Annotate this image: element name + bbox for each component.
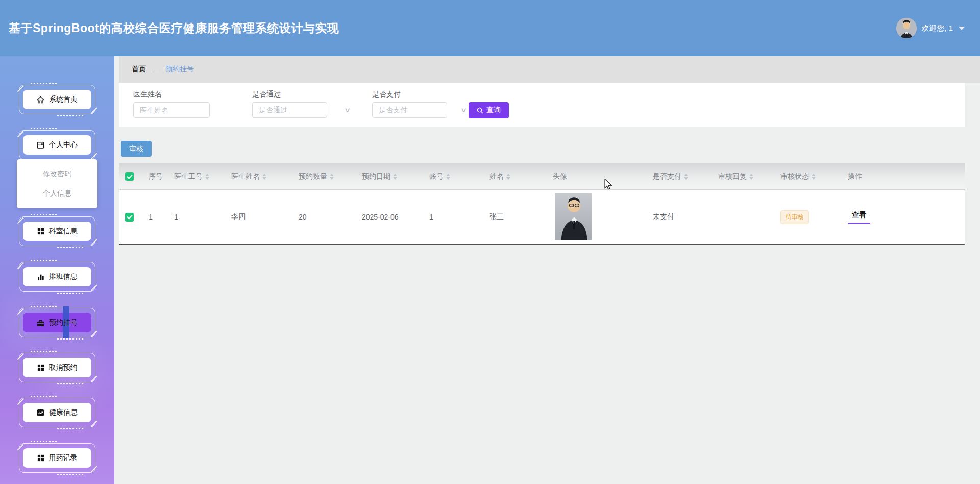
sidebar-item-home[interactable]: 系统首页 xyxy=(19,85,95,114)
sidebar-item-label: 取消预约 xyxy=(49,363,78,372)
sort-control[interactable] xyxy=(812,174,816,180)
cell-audit-status: 待审核 xyxy=(775,190,843,244)
chevron-down-icon[interactable]: ∨ xyxy=(460,106,467,114)
chevron-down-icon[interactable] xyxy=(959,27,965,30)
sidebar-item-medication-records[interactable]: 用药记录 xyxy=(19,443,95,473)
sort-control[interactable] xyxy=(446,174,450,180)
sidebar-item-personal-center[interactable]: 个人中心 xyxy=(19,130,95,160)
row-checkbox[interactable] xyxy=(125,213,134,222)
cell-appoint-count: 20 xyxy=(293,190,357,244)
sidebar-item-schedule-info[interactable]: 排班信息 xyxy=(19,262,95,292)
filter-label-paid: 是否支付 xyxy=(372,90,401,99)
col-header-appoint-date: 预约日期 xyxy=(357,163,424,190)
breadcrumb-home[interactable]: 首页 xyxy=(132,65,146,74)
paid-select[interactable]: 是否支付 xyxy=(372,102,447,118)
col-header-name: 姓名 xyxy=(484,163,548,190)
grid-icon xyxy=(37,364,44,371)
sidebar-item-label: 预约挂号 xyxy=(49,318,78,327)
sidebar-item-label: 个人中心 xyxy=(49,140,78,150)
col-header-action: 操作 xyxy=(843,163,965,190)
briefcase-icon xyxy=(37,319,44,327)
breadcrumb: 首页 — 预约挂号 xyxy=(119,56,980,83)
sidebar-item-label: 系统首页 xyxy=(49,95,78,104)
bar-chart-icon xyxy=(37,273,44,280)
doctor-name-input[interactable] xyxy=(133,102,210,118)
status-badge-pending: 待审核 xyxy=(780,210,809,224)
trend-icon xyxy=(37,409,44,417)
paid-select-placeholder: 是否支付 xyxy=(379,106,407,115)
filter-label-approved: 是否通过 xyxy=(252,90,281,99)
user-menu[interactable]: 欢迎您, 1 xyxy=(896,18,965,38)
col-header-account: 账号 xyxy=(424,163,484,190)
user-avatar[interactable] xyxy=(896,18,917,38)
home-icon xyxy=(37,96,44,104)
sort-control[interactable] xyxy=(684,174,688,180)
sidebar-item-department-info[interactable]: 科室信息 xyxy=(19,216,95,246)
personal-center-submenu: 修改密码 个人信息 xyxy=(17,159,97,208)
sort-control[interactable] xyxy=(262,174,266,180)
sidebar-item-cancel-appointment[interactable]: 取消预约 xyxy=(19,353,95,382)
sort-control[interactable] xyxy=(506,174,510,180)
select-all-checkbox[interactable] xyxy=(125,172,134,181)
row-avatar-photo[interactable] xyxy=(555,193,592,240)
page-title: 基于SpringBoot的高校综合医疗健康服务管理系统设计与实现 xyxy=(9,20,339,36)
sort-control[interactable] xyxy=(749,174,753,180)
col-header-audit-reply: 审核回复 xyxy=(713,163,775,190)
cell-pay-status: 未支付 xyxy=(648,190,713,244)
cell-doctor-name: 李四 xyxy=(226,190,293,244)
grid-icon xyxy=(37,454,44,462)
filter-label-doctor-name: 医生姓名 xyxy=(133,90,162,99)
sidebar-nav: 系统首页 个人中心 修改密码 个人信息 科室信息 排班信息 xyxy=(0,56,114,484)
sort-control[interactable] xyxy=(393,174,397,180)
sort-control[interactable] xyxy=(205,174,209,180)
search-button[interactable]: 查询 xyxy=(469,102,509,118)
appointments-table: 序号 医生工号 医生姓名 预约数量 预约日期 账号 姓名 头像 是否支付 审核回… xyxy=(119,163,965,245)
submenu-item-change-password[interactable]: 修改密码 xyxy=(17,170,97,179)
table-toolbar: 审核 xyxy=(119,127,980,160)
approved-select-placeholder: 是否通过 xyxy=(259,106,287,115)
cell-account: 1 xyxy=(424,190,484,244)
sort-control[interactable] xyxy=(330,174,334,180)
col-header-index: 序号 xyxy=(143,163,169,190)
filter-panel: 医生姓名 是否通过 是否支付 是否通过 ∨ 是否支付 ∨ 查询 xyxy=(119,83,965,127)
sidebar-item-label: 排班信息 xyxy=(49,272,78,281)
window-icon xyxy=(37,141,44,149)
cell-name: 张三 xyxy=(484,190,548,244)
sidebar-item-label: 用药记录 xyxy=(49,453,78,463)
submenu-item-personal-info[interactable]: 个人信息 xyxy=(17,189,97,198)
cell-audit-reply xyxy=(713,190,775,244)
audit-button[interactable]: 审核 xyxy=(121,141,152,157)
search-icon xyxy=(477,107,483,114)
table-row: 1 1 李四 20 2025-02-06 1 张三 xyxy=(119,190,965,244)
col-header-appoint-count: 预约数量 xyxy=(293,163,357,190)
welcome-text: 欢迎您, 1 xyxy=(921,23,953,33)
sidebar-item-label: 健康信息 xyxy=(49,408,78,417)
sidebar-item-label: 科室信息 xyxy=(49,227,78,236)
sidebar-item-health-info[interactable]: 健康信息 xyxy=(19,398,95,427)
col-header-audit-status: 审核状态 xyxy=(775,163,843,190)
search-button-label: 查询 xyxy=(486,106,501,115)
cell-index: 1 xyxy=(143,190,169,244)
sidebar-item-appointment-registration[interactable]: 预约挂号 xyxy=(19,308,95,337)
col-header-doctor-name: 医生姓名 xyxy=(226,163,293,190)
cell-doctor-id: 1 xyxy=(169,190,226,244)
main-content: 首页 — 预约挂号 医生姓名 是否通过 是否支付 是否通过 ∨ 是否支付 ∨ 查… xyxy=(114,56,980,484)
top-header: 基于SpringBoot的高校综合医疗健康服务管理系统设计与实现 欢迎您, 1 xyxy=(0,0,980,56)
portrait-photo-icon xyxy=(555,193,592,240)
chevron-down-icon[interactable]: ∨ xyxy=(344,106,351,114)
cell-avatar xyxy=(548,190,648,244)
col-header-avatar: 头像 xyxy=(548,163,648,190)
table-header-row: 序号 医生工号 医生姓名 预约数量 预约日期 账号 姓名 头像 是否支付 审核回… xyxy=(119,163,965,190)
approved-select[interactable]: 是否通过 xyxy=(252,102,327,118)
cell-appoint-date: 2025-02-06 xyxy=(357,190,424,244)
view-button[interactable]: 查看 xyxy=(848,210,870,224)
col-header-pay-status: 是否支付 xyxy=(648,163,713,190)
user-photo-icon xyxy=(896,18,917,38)
breadcrumb-current[interactable]: 预约挂号 xyxy=(165,65,194,74)
breadcrumb-separator: — xyxy=(152,65,159,74)
cell-action: 查看 xyxy=(843,190,965,244)
col-header-doctor-id: 医生工号 xyxy=(169,163,226,190)
grid-icon xyxy=(37,228,44,235)
